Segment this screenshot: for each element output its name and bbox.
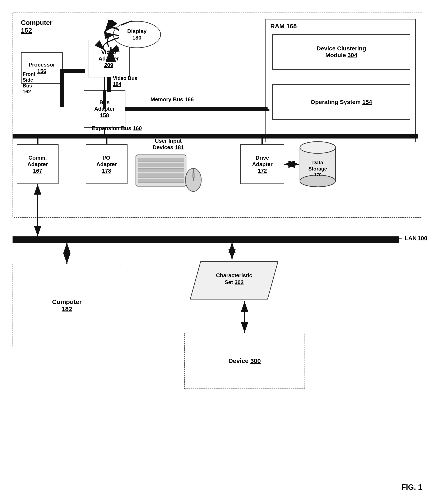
data-storage-cylinder: Data Storage 170 — [299, 140, 337, 188]
svg-rect-1 — [138, 158, 184, 162]
lan-bar — [13, 236, 399, 243]
fsb-vertical-line — [60, 69, 64, 107]
fsb-label: Front Side Bus 162 — [23, 71, 35, 95]
memory-bus-label: Memory Bus 166 — [151, 96, 194, 103]
computer-182-label: Computer 182 — [52, 298, 82, 313]
video-adapter-label: Video Adapter 209 — [98, 49, 119, 68]
display-oval: Display 180 — [113, 21, 161, 48]
svg-rect-5 — [138, 179, 184, 183]
fig-label: FIG. 1 — [401, 483, 422, 492]
drive-adapter-box: Drive Adapter 172 — [240, 144, 284, 184]
computer-182-box: Computer 182 — [13, 264, 121, 347]
svg-rect-3 — [138, 168, 184, 172]
svg-text:Data: Data — [312, 160, 323, 165]
memory-bus-line — [125, 107, 268, 111]
os-box: Operating System 154 — [272, 84, 410, 120]
video-bus-line — [107, 77, 111, 92]
bus-adapter-box: Bus Adapter 158 — [84, 90, 125, 128]
svg-text:170: 170 — [314, 172, 322, 177]
io-adapter-box: I/O Adapter 178 — [86, 144, 127, 184]
ram-label: RAM 168 — [270, 23, 297, 30]
expansion-bus-label: Expansion Bus 160 — [92, 125, 142, 132]
comm-adapter-label: Comm. Adapter 167 — [28, 155, 48, 174]
svg-text:Storage: Storage — [308, 166, 327, 172]
svg-rect-8 — [192, 173, 195, 178]
os-label: Operating System 154 — [311, 99, 372, 105]
svg-point-12 — [300, 142, 335, 153]
svg-text:Set  302: Set 302 — [224, 279, 244, 285]
lan-label: ← LAN 100 — [397, 235, 427, 242]
video-bus-label: Video Bus 164 — [113, 75, 137, 87]
svg-text:Characteristic: Characteristic — [216, 272, 252, 278]
characteristic-set-shape: Characteristic Set 302 — [190, 259, 278, 301]
device-300-box: Device 300 — [184, 333, 305, 389]
bus-adapter-label: Bus Adapter 158 — [94, 99, 115, 119]
device-300-label: Device 300 — [228, 357, 261, 364]
keyboard-mouse-illustration — [134, 148, 203, 192]
fsb-horizontal-line — [60, 69, 85, 73]
diagram-container: Computer 152 RAM 168 Device Clustering M… — [8, 8, 431, 496]
computer-152-label: Computer 152 — [21, 19, 53, 34]
io-adapter-label: I/O Adapter 178 — [96, 155, 117, 174]
dcm-box: Device Clustering Module 304 — [272, 34, 410, 70]
svg-rect-4 — [138, 174, 184, 177]
display-label: Display 180 — [127, 28, 147, 41]
dcm-label: Device Clustering Module 304 — [317, 45, 366, 58]
svg-rect-2 — [138, 163, 184, 167]
expansion-bus-line — [13, 134, 418, 139]
drive-adapter-label: Drive Adapter 172 — [252, 155, 273, 174]
comm-adapter-box: Comm. Adapter 167 — [17, 144, 58, 184]
ram-box: RAM 168 Device Clustering Module 304 Ope… — [265, 19, 416, 142]
